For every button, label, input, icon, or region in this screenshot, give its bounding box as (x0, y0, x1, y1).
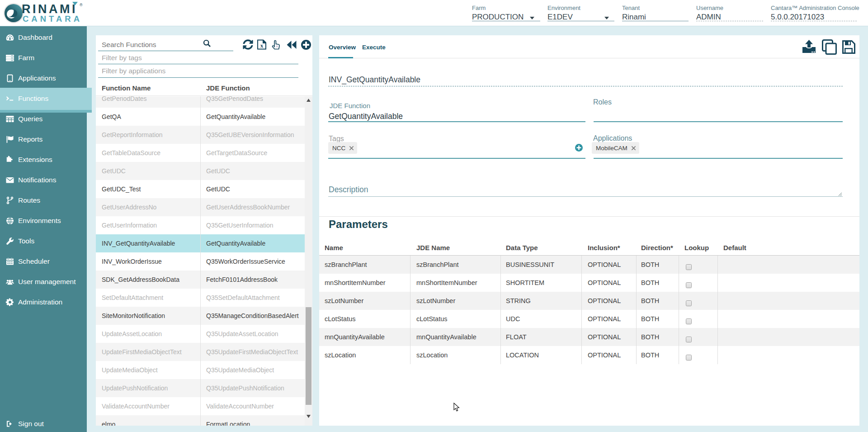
svg-text:x: x (260, 42, 264, 49)
